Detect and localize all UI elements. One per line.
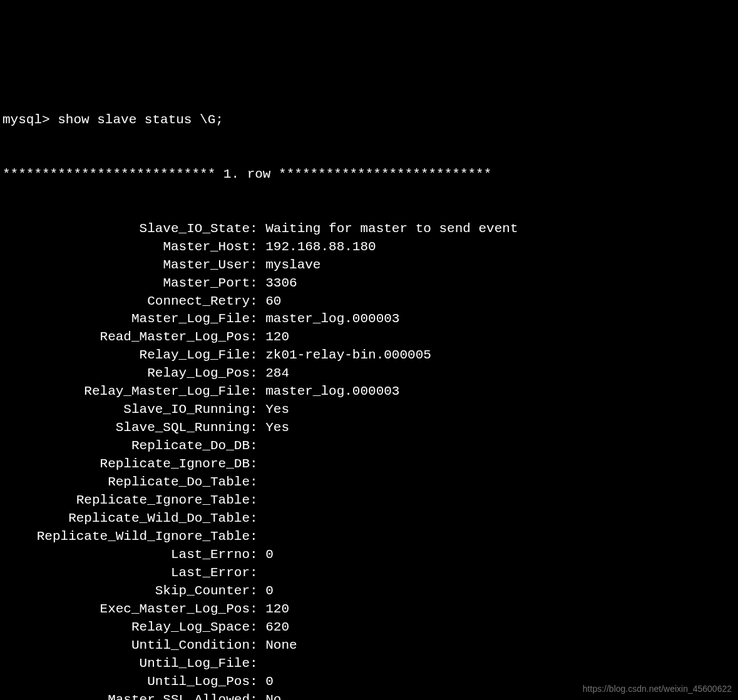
status-value: 0 (265, 546, 274, 564)
status-value: 3306 (265, 275, 297, 293)
status-key: Last_Errno (3, 546, 250, 564)
status-separator: : (250, 546, 265, 564)
status-value: Yes (265, 401, 289, 419)
status-row: Replicate_Wild_Ignore_Table: (3, 528, 738, 546)
status-key: Relay_Log_Pos (3, 365, 250, 383)
status-key: Relay_Log_File (3, 347, 250, 365)
status-row: Skip_Counter: 0 (3, 582, 738, 601)
status-key: Master_User (3, 256, 250, 275)
status-key: Replicate_Ignore_Table (3, 492, 250, 510)
status-separator: : (250, 582, 265, 601)
status-key: Connect_Retry (3, 293, 250, 311)
status-row: Replicate_Ignore_DB: (3, 455, 738, 474)
status-row: Master_Host: 192.168.88.180 (3, 238, 738, 256)
status-separator: : (250, 691, 265, 700)
status-key: Until_Log_File (3, 655, 250, 673)
status-separator: : (250, 383, 265, 401)
status-row: Slave_SQL_Running: Yes (3, 419, 738, 437)
status-row: Replicate_Do_Table: (3, 474, 738, 492)
status-key: Slave_IO_Running (3, 401, 250, 419)
terminal-output[interactable]: mysql> show slave status \G; ***********… (3, 75, 738, 700)
status-row: Exec_Master_Log_Pos: 120 (3, 601, 738, 619)
status-key: Skip_Counter (3, 582, 250, 601)
status-separator: : (250, 256, 265, 275)
status-row: Relay_Master_Log_File: master_log.000003 (3, 383, 738, 401)
status-separator: : (250, 455, 265, 474)
status-fields: Slave_IO_State: Waiting for master to se… (3, 220, 738, 700)
status-key: Relay_Master_Log_File (3, 383, 250, 401)
status-key: Slave_IO_State (3, 220, 250, 238)
status-value: 120 (265, 601, 289, 619)
status-row: Slave_IO_Running: Yes (3, 401, 738, 419)
status-row: Master_Port: 3306 (3, 275, 738, 293)
status-separator: : (250, 673, 265, 691)
status-separator: : (250, 619, 265, 637)
status-value: 0 (265, 582, 274, 601)
status-key: Last_Error (3, 564, 250, 582)
status-key: Replicate_Wild_Do_Table (3, 510, 250, 528)
status-key: Until_Condition (3, 637, 250, 655)
status-row: Connect_Retry: 60 (3, 293, 738, 311)
status-row: Relay_Log_File: zk01-relay-bin.000005 (3, 347, 738, 365)
status-key: Replicate_Do_Table (3, 474, 250, 492)
status-separator: : (250, 347, 265, 365)
status-row: Last_Errno: 0 (3, 546, 738, 564)
status-separator: : (250, 220, 265, 238)
status-value: 620 (265, 619, 289, 637)
status-key: Replicate_Wild_Ignore_Table (3, 528, 250, 546)
status-separator: : (250, 401, 265, 419)
status-value: zk01-relay-bin.000005 (265, 347, 431, 365)
status-value: None (265, 637, 297, 655)
status-separator: : (250, 419, 265, 437)
status-separator: : (250, 474, 265, 492)
status-key: Slave_SQL_Running (3, 419, 250, 437)
status-value: master_log.000003 (265, 310, 399, 328)
status-row: Master_Log_File: master_log.000003 (3, 310, 738, 328)
command-prompt-line: mysql> show slave status \G; (3, 111, 738, 129)
status-key: Master_Port (3, 275, 250, 293)
status-key: Master_Host (3, 238, 250, 256)
status-value: master_log.000003 (265, 383, 399, 401)
status-key: Relay_Log_Space (3, 619, 250, 637)
status-separator: : (250, 238, 265, 256)
status-separator: : (250, 275, 265, 293)
status-row: Slave_IO_State: Waiting for master to se… (3, 220, 738, 238)
status-value: Yes (265, 419, 289, 437)
status-separator: : (250, 637, 265, 655)
status-separator: : (250, 564, 265, 582)
status-value: 0 (265, 673, 274, 691)
status-value: 120 (265, 328, 289, 347)
status-key: Read_Master_Log_Pos (3, 328, 250, 347)
status-value: 284 (265, 365, 289, 383)
status-key: Master_Log_File (3, 310, 250, 328)
status-value: Waiting for master to send event (265, 220, 518, 238)
status-separator: : (250, 365, 265, 383)
status-separator: : (250, 310, 265, 328)
status-value: myslave (265, 256, 320, 275)
status-row: Until_Condition: None (3, 637, 738, 655)
status-separator: : (250, 293, 265, 311)
status-separator: : (250, 328, 265, 347)
status-row: Last_Error: (3, 564, 738, 582)
status-key: Until_Log_Pos (3, 673, 250, 691)
status-value: No (265, 691, 281, 700)
status-row: Relay_Log_Pos: 284 (3, 365, 738, 383)
status-row: Replicate_Ignore_Table: (3, 492, 738, 510)
status-separator: : (250, 492, 265, 510)
status-row: Master_User: myslave (3, 256, 738, 275)
status-separator: : (250, 510, 265, 528)
status-separator: : (250, 528, 265, 546)
row-header: *************************** 1. row *****… (3, 166, 738, 184)
status-separator: : (250, 655, 265, 673)
status-row: Until_Log_File: (3, 655, 738, 673)
status-key: Replicate_Do_DB (3, 437, 250, 455)
watermark: https://blog.csdn.net/weixin_45600622 (583, 683, 732, 695)
status-value: 192.168.88.180 (265, 238, 376, 256)
status-separator: : (250, 601, 265, 619)
status-row: Replicate_Wild_Do_Table: (3, 510, 738, 528)
status-key: Master_SSL_Allowed (3, 691, 250, 700)
status-row: Relay_Log_Space: 620 (3, 619, 738, 637)
status-value: 60 (265, 293, 281, 311)
status-row: Replicate_Do_DB: (3, 437, 738, 455)
status-separator: : (250, 437, 265, 455)
